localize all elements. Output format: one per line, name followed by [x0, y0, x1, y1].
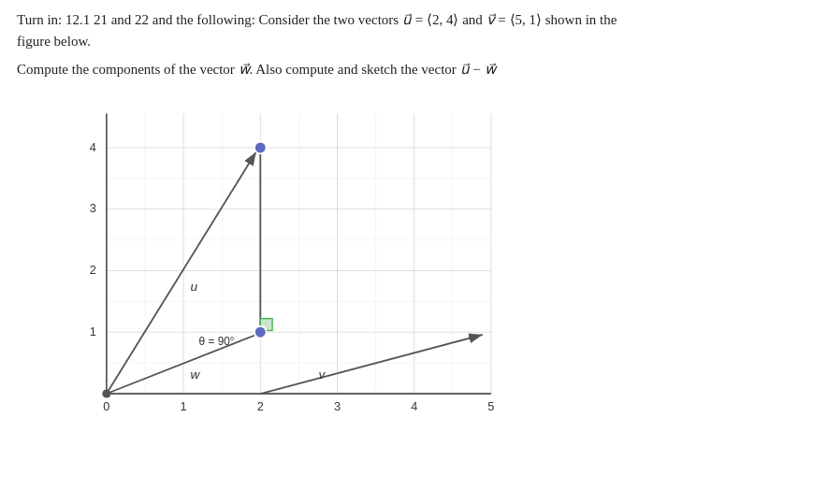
origin-dot	[102, 389, 110, 397]
graph-container: 0 1 2 3 4 5 1 2 3 4	[17, 88, 796, 443]
problem-text: Compute the components of the vector w⃗.…	[17, 59, 796, 80]
y-label-3: 3	[90, 201, 96, 215]
theta-label: θ = 90°	[199, 334, 235, 347]
vector-u-line	[107, 151, 256, 393]
x-label-5: 5	[487, 399, 494, 413]
x-label-1: 1	[181, 399, 187, 413]
x-label-2: 2	[257, 399, 264, 413]
w-tip-dot	[254, 325, 267, 338]
x-label-0: 0	[103, 399, 109, 413]
u-tip-dot	[254, 141, 267, 153]
y-label-1: 1	[90, 324, 96, 338]
w-label: w	[190, 367, 200, 382]
y-label-2: 2	[90, 263, 96, 277]
header-line1: Turn in: 12.1 21 and 22 and the followin…	[17, 9, 796, 51]
y-label-4: 4	[90, 139, 96, 153]
u-label: u	[190, 280, 197, 294]
coordinate-graph: 0 1 2 3 4 5 1 2 3 4	[17, 88, 559, 443]
problem-header: Turn in: 12.1 21 and 22 and the followin…	[17, 9, 796, 51]
v-label: v	[318, 367, 326, 382]
vector-v-line	[260, 334, 482, 393]
v-vector-notation: v⃗ = ⟨5, 1⟩	[486, 12, 545, 27]
problem-statement: Compute the components of the vector w⃗.…	[17, 59, 796, 80]
x-label-4: 4	[411, 399, 417, 413]
page: Turn in: 12.1 21 and 22 and the followin…	[0, 0, 813, 504]
u-vector-notation: u⃗ = ⟨2, 4⟩	[402, 12, 462, 27]
x-label-3: 3	[334, 399, 341, 413]
